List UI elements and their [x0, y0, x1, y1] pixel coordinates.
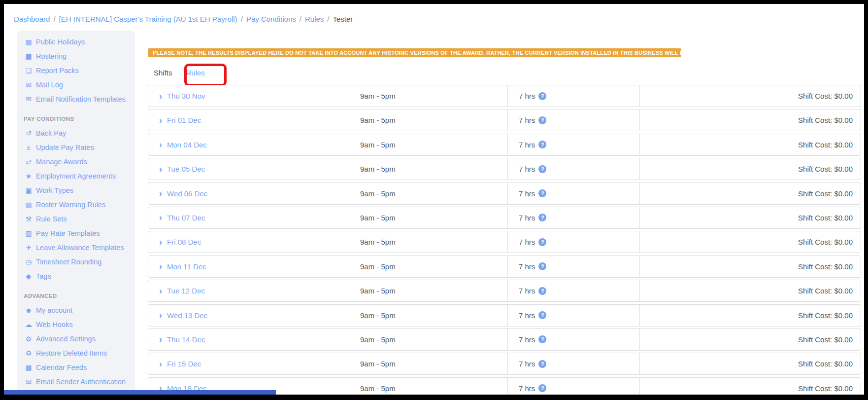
- person-icon: ☻: [24, 306, 33, 314]
- shift-time-label: 9am - 5pm: [360, 92, 396, 100]
- help-question-icon[interactable]: ?: [538, 311, 546, 319]
- tab-rules[interactable]: Rules: [179, 63, 212, 83]
- shift-time-cell: 9am - 5pm: [350, 231, 508, 253]
- shift-date-cell: › Fri 01 Dec: [148, 109, 350, 131]
- shift-date-link[interactable]: › Fri 08 Dec: [159, 238, 201, 247]
- breadcrumb-link-rules[interactable]: Rules: [305, 15, 324, 23]
- sidebar-item[interactable]: ◷ Timesheet Rounding: [24, 255, 130, 269]
- shift-date-link[interactable]: › Thu 30 Nov: [159, 92, 205, 101]
- shift-cost-label: Shift Cost: $0.00: [798, 311, 853, 320]
- help-question-icon[interactable]: ?: [538, 214, 546, 221]
- shift-date-label: Thu 14 Dec: [167, 335, 205, 344]
- sidebar-item[interactable]: ⚒ Rule Sets: [24, 212, 130, 226]
- sidebar-item-label: PAY CONDITIONS: [24, 116, 74, 122]
- breadcrumb-link-dashboard[interactable]: Dashboard: [14, 15, 50, 23]
- shift-date-link[interactable]: › Fri 15 Dec: [159, 360, 201, 368]
- sidebar-item[interactable]: ± Update Pay Rates: [24, 140, 130, 154]
- breadcrumb-separator: /: [53, 15, 55, 23]
- breadcrumb-link-pay-conditions[interactable]: Pay Conditions: [246, 15, 296, 23]
- sidebar-item[interactable]: ✉ Email Sender Authentication: [24, 374, 130, 389]
- sidebar-item[interactable]: ⇄ Manage Awards: [24, 154, 130, 169]
- shift-hours-cell: 7 hrs ?: [508, 378, 640, 395]
- shift-date-link[interactable]: › Thu 14 Dec: [159, 335, 205, 344]
- shift-date-link[interactable]: › Fri 01 Dec: [159, 116, 201, 125]
- sidebar-item-label: Rostering: [36, 52, 67, 60]
- help-question-icon[interactable]: ?: [538, 141, 546, 148]
- envelope-check-icon: ✉: [24, 95, 33, 103]
- cloud-icon: ☁: [24, 321, 33, 328]
- shift-date-link[interactable]: › Mon 04 Dec: [159, 140, 207, 149]
- shift-time-cell: 9am - 5pm: [350, 85, 508, 107]
- sidebar-item[interactable]: ⚙ Advanced Settings: [24, 331, 130, 346]
- sidebar-item-label: Email Notification Templates: [36, 95, 126, 103]
- sidebar-item[interactable]: ▦ Calendar Feeds: [24, 360, 130, 374]
- shift-date-link[interactable]: › Mon 11 Dec: [159, 262, 206, 271]
- sidebar-item[interactable]: ✉ Email Notification Templates: [24, 92, 130, 106]
- sidebar-item[interactable]: ADVANCED: [24, 289, 130, 303]
- shift-cost-cell: Shift Cost: $0.00: [640, 305, 861, 326]
- shift-date-link[interactable]: › Thu 07 Dec: [159, 213, 205, 222]
- sidebar-item[interactable]: ▦ Public Holidays: [24, 35, 130, 49]
- sidebar-item[interactable]: ✉ Mail Log: [24, 77, 130, 92]
- shift-time-cell: 9am - 5pm: [350, 329, 508, 350]
- help-question-icon[interactable]: ?: [538, 165, 546, 173]
- shift-time-label: 9am - 5pm: [360, 116, 396, 124]
- help-question-icon[interactable]: ?: [538, 360, 546, 368]
- calendar-icon: ▦: [24, 52, 33, 60]
- sidebar-item-label: Pay Rate Templates: [36, 229, 100, 237]
- shift-date-link[interactable]: › Tue 05 Dec: [159, 165, 205, 174]
- breadcrumb-link-business[interactable]: [EH INTERNAL] Casper's Training (AU 1st …: [59, 15, 237, 23]
- help-question-icon[interactable]: ?: [538, 92, 546, 100]
- help-question-icon[interactable]: ?: [538, 116, 546, 124]
- shift-date-link[interactable]: › Wed 06 Dec: [159, 189, 207, 198]
- shift-date-link[interactable]: › Tue 12 Dec: [159, 287, 205, 295]
- sidebar-item-label: Tags: [36, 272, 51, 280]
- help-question-icon[interactable]: ?: [538, 335, 546, 343]
- sidebar-item-label: Rule Sets: [36, 215, 67, 223]
- sidebar-item[interactable]: ▣ Work Types: [24, 183, 130, 197]
- shift-row: › Thu 14 Dec 9am - 5pm 7 hrs ? Shif: [148, 328, 861, 351]
- tab-shifts[interactable]: Shifts: [154, 63, 179, 83]
- sidebar-item-label: Web Hooks: [36, 321, 73, 328]
- sidebar-item[interactable]: ▦ Roster Warning Rules: [24, 197, 130, 212]
- sidebar-item-label: My account: [36, 306, 72, 314]
- help-question-icon[interactable]: ?: [538, 189, 546, 197]
- sidebar-item[interactable]: ▥ Pay Rate Templates: [24, 226, 130, 240]
- shift-row: › Thu 30 Nov 9am - 5pm 7 hrs ? Shif: [148, 85, 861, 107]
- shift-cost-label: Shift Cost: $0.00: [798, 214, 853, 222]
- sidebar-item[interactable]: ☁ Web Hooks: [24, 317, 130, 331]
- shift-hours-cell: 7 hrs ?: [508, 158, 640, 180]
- sidebar-item[interactable]: ☻ My account: [24, 303, 130, 317]
- sidebar-item[interactable]: ◆ Tags: [24, 269, 130, 283]
- shift-hours-label: 7 hrs: [519, 238, 535, 246]
- sidebar-item[interactable]: ↺ Back Pay: [24, 126, 130, 140]
- sidebar-item[interactable]: PAY CONDITIONS: [24, 111, 130, 126]
- shift-date-label: Tue 05 Dec: [167, 165, 205, 173]
- help-question-icon[interactable]: ?: [538, 287, 546, 295]
- clock-rewind-icon: ↺: [24, 129, 33, 137]
- shift-date-cell: › Thu 07 Dec: [148, 207, 350, 228]
- tag-icon: ◆: [24, 272, 33, 280]
- sidebar-item[interactable]: ★ Employment Agreements: [24, 169, 130, 183]
- sidebar-item[interactable]: ❏ Report Packs: [24, 63, 130, 77]
- shift-hours-cell: 7 hrs ?: [508, 329, 640, 350]
- chevron-right-icon: ›: [159, 238, 162, 247]
- swap-arrows-icon: ⇄: [24, 158, 33, 166]
- shift-time-label: 9am - 5pm: [360, 311, 396, 320]
- sidebar-item[interactable]: ▦ Rostering: [24, 49, 130, 63]
- shift-date-link[interactable]: › Wed 13 Dec: [159, 311, 207, 320]
- shift-row: › Mon 04 Dec 9am - 5pm 7 hrs ? Shif: [148, 134, 861, 156]
- airplane-icon: ✈: [24, 244, 33, 252]
- calendar-icon: ▦: [24, 364, 33, 371]
- shift-row: › Wed 06 Dec 9am - 5pm 7 hrs ? Shif: [148, 182, 861, 205]
- folder-icon: ❏: [24, 67, 33, 74]
- sidebar-item[interactable]: ♻ Restore Deleted Items: [24, 346, 130, 360]
- envelope-icon: ✉: [24, 378, 33, 386]
- help-question-icon[interactable]: ?: [538, 262, 546, 270]
- shift-hours-label: 7 hrs: [519, 92, 535, 100]
- sidebar-item[interactable]: ✈ Leave Allowance Templates: [24, 240, 130, 255]
- shift-hours-cell: 7 hrs ?: [508, 231, 640, 253]
- help-question-icon[interactable]: ?: [538, 384, 546, 392]
- help-question-icon[interactable]: ?: [538, 238, 546, 246]
- shift-date-label: Mon 11 Dec: [167, 262, 206, 271]
